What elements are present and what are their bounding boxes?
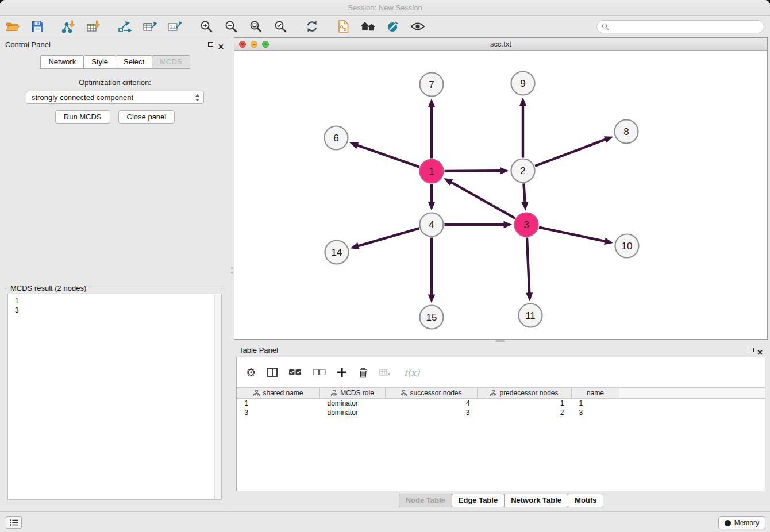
tab-network-table[interactable]: Network Table [504,494,568,507]
optimization-criterion-label: Optimization criterion: [0,78,230,87]
search-input[interactable] [612,22,759,31]
zoom-in-icon [199,20,213,33]
control-panel-header: Control Panel ✕ [0,37,230,52]
memory-button[interactable]: Memory [718,516,765,529]
run-mcds-button[interactable]: Run MCDS [55,110,110,124]
table-cell[interactable]: dominator [320,408,386,417]
column-header-mcds-role[interactable]: MCDS role [320,388,386,399]
table-cell[interactable]: 3 [572,408,619,417]
memory-usage-icon [725,520,731,526]
graph-edge-1-6[interactable] [356,145,419,167]
column-header-label: predecessor nodes [499,389,558,397]
column-header-predecessor-nodes[interactable]: predecessor nodes [478,388,572,399]
application-window: Session: New Session [0,0,770,532]
tab-style[interactable]: Style [83,55,116,69]
minimize-window-icon[interactable]: − [251,41,257,48]
close-panel-icon[interactable]: ✕ [218,40,224,55]
open-session-button[interactable] [4,18,21,35]
tab-network[interactable]: Network [40,55,84,69]
save-session-button[interactable] [29,18,46,35]
import-table-button[interactable] [85,18,102,35]
delete-row-button[interactable] [358,367,368,378]
export-table-button[interactable] [141,18,159,35]
window-titlebar[interactable]: Session: New Session [0,0,770,16]
table-cell[interactable]: 3 [386,408,478,417]
network-graph[interactable]: 7968124314101511 [234,51,767,339]
task-history-button[interactable] [6,516,22,529]
zoom-selected-button[interactable] [272,18,289,35]
splitter-handle-icon[interactable] [495,340,505,342]
import-network-icon [61,20,76,33]
table-cell[interactable]: 1 [572,399,619,408]
graph-edge-3-11[interactable] [527,237,529,294]
graph-edge-3-1[interactable] [450,182,515,218]
zoom-fit-button[interactable] [247,18,264,35]
table-cell[interactable]: 3 [237,408,320,417]
column-header-filler [619,388,766,399]
mcds-result-text: 1 3 [8,294,221,315]
graph-edge-2-8[interactable] [535,139,607,166]
table-row[interactable]: 1dominator411 [237,399,766,408]
home-icon [360,20,376,33]
delete-columns-button[interactable] [379,368,391,376]
search-box[interactable] [596,20,764,33]
criterion-dropdown[interactable]: strongly connected component [26,91,204,104]
table-settings-button[interactable]: ⚙ [246,367,256,378]
result-scrollbar[interactable] [214,295,221,499]
graph-node-label-1: 1 [429,166,434,177]
control-panel-title: Control Panel [5,40,51,49]
graph-edge-arrowhead [428,295,435,303]
refresh-view-button[interactable] [303,18,321,35]
tab-select[interactable]: Select [116,55,152,69]
function-builder-button[interactable]: f(x) [402,367,419,378]
graph-edge-arrowhead [428,99,435,107]
close-window-icon[interactable]: × [239,41,246,48]
tab-edge-table[interactable]: Edge Table [452,494,505,507]
network-window-titlebar[interactable]: scc.txt × − + [234,38,767,51]
graph-edge-2-3[interactable] [523,183,525,203]
export-image-button[interactable] [166,18,183,35]
zoom-in-button[interactable] [198,18,215,35]
deselect-all-button[interactable] [313,369,326,376]
hierarchy-icon [490,390,496,396]
float-table-panel-icon[interactable] [749,348,754,352]
column-header-shared-name[interactable]: shared name [237,388,320,399]
table-cell-filler [619,408,766,417]
mcds-result-area[interactable]: 1 3 [7,294,222,500]
column-header-label: shared name [263,389,303,397]
zoom-out-button[interactable] [222,18,240,35]
graph-edge-1-2[interactable] [444,171,502,171]
maximize-window-icon[interactable]: + [262,41,269,48]
close-panel-button[interactable]: Close panel [118,110,175,124]
table-cell[interactable]: 4 [386,399,478,408]
tab-node-table[interactable]: Node Table [399,494,452,507]
export-network-button[interactable] [117,18,134,35]
table-cell[interactable]: dominator [320,399,386,408]
zoom-fit-icon [249,20,263,33]
graph-node-label-9: 9 [520,78,525,89]
criterion-dropdown-value: strongly connected component [32,93,195,102]
tab-mcds[interactable]: MCDS [152,55,190,69]
show-columns-button[interactable] [267,368,278,377]
show-graphics-details-button[interactable] [409,18,426,35]
apply-style-button[interactable] [384,18,402,35]
table-cell[interactable]: 1 [478,399,572,408]
vertical-splitter[interactable] [230,37,234,510]
home-button[interactable] [360,18,377,35]
graph-edge-4-14[interactable] [357,228,419,246]
zoom-selected-icon [274,20,287,33]
float-panel-icon[interactable] [208,42,213,47]
clone-network-button[interactable] [335,18,352,35]
select-all-button[interactable] [288,369,302,376]
graph-edge-3-10[interactable] [539,228,606,242]
column-header-label: name [587,389,604,397]
table-cell[interactable]: 2 [478,408,572,417]
add-row-button[interactable] [337,367,347,377]
table-cell[interactable]: 1 [237,399,320,408]
import-network-button[interactable] [60,18,78,35]
tab-motifs[interactable]: Motifs [568,494,603,507]
refresh-icon [305,20,319,33]
column-header-name[interactable]: name [572,388,619,399]
column-header-successor-nodes[interactable]: successor nodes [386,388,478,399]
table-row[interactable]: 3dominator323 [237,408,766,417]
